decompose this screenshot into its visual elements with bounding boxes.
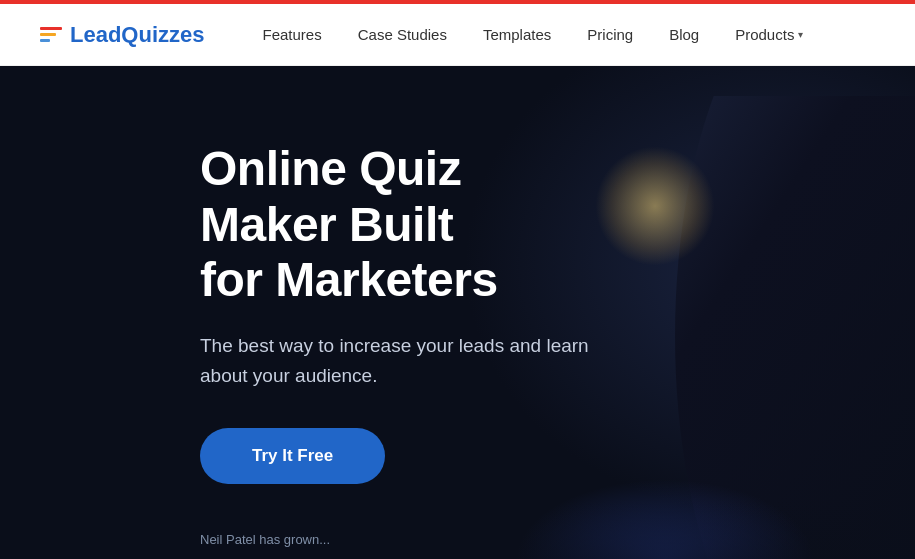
hero-title: Online Quiz Maker Built for Marketers — [200, 141, 600, 307]
hero-content: Online Quiz Maker Built for Marketers Th… — [0, 141, 600, 483]
nav-links: Features Case Studies Templates Pricing … — [245, 4, 822, 66]
logo[interactable]: LeadQuizzes — [40, 22, 205, 48]
hero-subtitle: The best way to increase your leads and … — [200, 331, 600, 392]
chevron-down-icon: ▾ — [798, 4, 803, 66]
bokeh-light — [595, 146, 715, 266]
nav-item-pricing: Pricing — [569, 4, 651, 66]
logo-brand2: Quizzes — [121, 22, 204, 47]
hero-title-line2: for Marketers — [200, 253, 498, 306]
logo-icon — [40, 27, 62, 42]
hero-bottom-hint: Neil Patel has grown... — [200, 532, 330, 547]
hero-gradient-overlay — [0, 499, 915, 559]
navbar: LeadQuizzes Features Case Studies Templa… — [0, 4, 915, 66]
logo-brand: Lead — [70, 22, 121, 47]
hero-title-line1: Online Quiz Maker Built — [200, 142, 461, 250]
cta-button[interactable]: Try It Free — [200, 428, 385, 484]
nav-link-templates[interactable]: Templates — [465, 4, 569, 66]
nav-link-features[interactable]: Features — [245, 4, 340, 66]
nav-link-blog[interactable]: Blog — [651, 4, 717, 66]
nav-item-products: Products ▾ — [717, 4, 821, 66]
hero-section: Online Quiz Maker Built for Marketers Th… — [0, 66, 915, 559]
nav-link-pricing[interactable]: Pricing — [569, 4, 651, 66]
nav-link-case-studies[interactable]: Case Studies — [340, 4, 465, 66]
nav-link-products[interactable]: Products ▾ — [717, 4, 821, 66]
nav-item-blog: Blog — [651, 4, 717, 66]
logo-text: LeadQuizzes — [70, 22, 205, 48]
nav-item-features: Features — [245, 4, 340, 66]
nav-item-case-studies: Case Studies — [340, 4, 465, 66]
nav-item-templates: Templates — [465, 4, 569, 66]
